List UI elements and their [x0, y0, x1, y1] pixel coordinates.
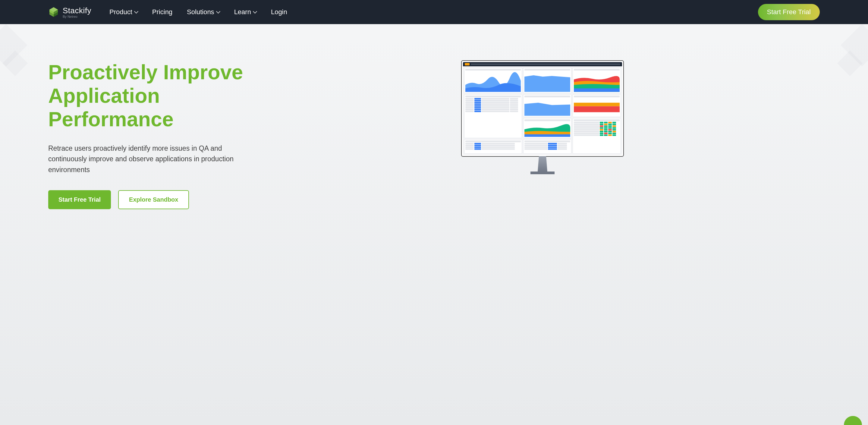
nav-product[interactable]: Product	[110, 8, 138, 16]
monitor-stand	[530, 156, 555, 174]
chevron-down-icon	[253, 9, 257, 13]
start-trial-button[interactable]: Start Free Trial	[48, 190, 111, 209]
svg-rect-0	[574, 102, 620, 106]
nav-label: Product	[110, 8, 132, 16]
hero-section: Proactively Improve Application Performa…	[0, 24, 868, 227]
nav-pricing[interactable]: Pricing	[152, 8, 173, 16]
hero-title: Proactively Improve Application Performa…	[48, 60, 247, 131]
main-nav: Product Pricing Solutions Learn Login	[110, 8, 758, 16]
nav-learn[interactable]: Learn	[234, 8, 256, 16]
brand-name: Stackify	[63, 6, 91, 16]
svg-rect-1	[574, 106, 620, 112]
nav-label: Learn	[234, 8, 251, 16]
nav-label: Pricing	[152, 8, 173, 16]
logo-text: Stackify By Netreo	[63, 6, 91, 19]
nav-label: Solutions	[187, 8, 214, 16]
explore-sandbox-button[interactable]: Explore Sandbox	[118, 190, 189, 209]
brand-byline: By Netreo	[63, 15, 91, 19]
hero-actions: Start Free Trial Explore Sandbox	[48, 190, 247, 209]
monitor-mockup	[461, 60, 624, 174]
hero-image	[265, 60, 820, 174]
chat-widget-icon[interactable]	[844, 416, 862, 425]
dashboard-screenshot	[461, 60, 624, 157]
chevron-down-icon	[134, 9, 138, 13]
header-cta-button[interactable]: Start Free Trial	[758, 4, 820, 20]
logo-icon	[48, 7, 59, 18]
hero-description: Retrace users proactively identify more …	[48, 143, 247, 175]
nav-solutions[interactable]: Solutions	[187, 8, 220, 16]
logo[interactable]: Stackify By Netreo	[48, 6, 91, 19]
chevron-down-icon	[216, 9, 220, 13]
hero-content: Proactively Improve Application Performa…	[48, 60, 247, 209]
dashboard-topbar	[463, 62, 622, 66]
site-header: Stackify By Netreo Product Pricing Solut…	[0, 0, 868, 24]
nav-label: Login	[271, 8, 287, 16]
nav-login[interactable]: Login	[271, 8, 287, 16]
